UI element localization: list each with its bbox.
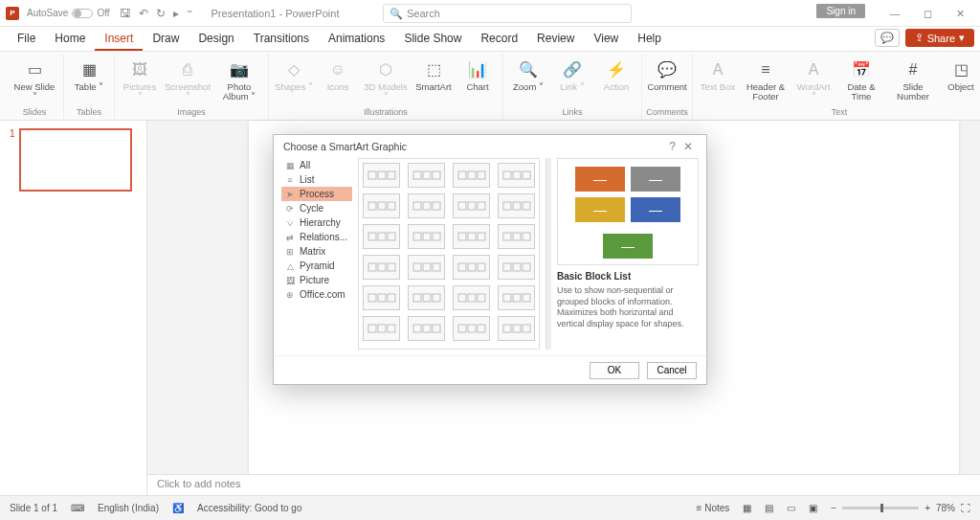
smartart-option[interactable] xyxy=(498,255,535,280)
grid-scrollbar[interactable] xyxy=(546,158,551,350)
qat-more-icon[interactable]: ⁼ xyxy=(187,7,192,20)
ribbon-text-box[interactable]: AText Box xyxy=(697,57,739,94)
smartart-option[interactable] xyxy=(408,193,445,218)
view-sorter-icon[interactable]: ▤ xyxy=(765,503,773,513)
smartart-option[interactable] xyxy=(408,224,445,249)
category-hierarchy[interactable]: ⩒Hierarchy xyxy=(281,215,352,230)
smartart-option[interactable] xyxy=(498,193,535,218)
smartart-option[interactable] xyxy=(363,224,400,249)
zoom-value[interactable]: 78% xyxy=(936,503,955,513)
smartart-option[interactable] xyxy=(498,316,535,341)
tab-design[interactable]: Design xyxy=(189,28,243,51)
tab-help[interactable]: Help xyxy=(628,28,671,51)
category-all[interactable]: ▦All xyxy=(281,158,352,172)
ribbon-new-slide[interactable]: ▭New Slide ˅ xyxy=(10,57,59,104)
ribbon-zoom[interactable]: 🔍Zoom ˅ xyxy=(507,57,549,94)
ribbon-action[interactable]: ⚡Action xyxy=(595,57,637,94)
smartart-option[interactable] xyxy=(453,316,490,341)
maximize-icon[interactable]: ◻ xyxy=(911,0,944,27)
ribbon-3d-models[interactable]: ⬡3D Models ˅ xyxy=(361,57,411,104)
ribbon-date-time[interactable]: 📅Date & Time xyxy=(836,57,886,104)
ribbon-wordart[interactable]: AWordArt ˅ xyxy=(792,57,835,104)
smartart-option[interactable] xyxy=(363,193,400,218)
smartart-option[interactable] xyxy=(498,163,535,188)
dialog-close-icon[interactable]: ✕ xyxy=(679,140,697,153)
smartart-option[interactable] xyxy=(453,224,490,249)
tab-slide-show[interactable]: Slide Show xyxy=(394,28,471,51)
fit-icon[interactable]: ⛶ xyxy=(961,503,970,513)
lang-icon[interactable]: ⌨ xyxy=(71,503,84,513)
tab-review[interactable]: Review xyxy=(527,28,584,51)
notes-bar[interactable]: Click to add notes xyxy=(147,474,980,495)
minimize-icon[interactable]: — xyxy=(879,0,911,27)
view-slideshow-icon[interactable]: ▣ xyxy=(809,503,817,513)
ribbon-smartart[interactable]: ⬚SmartArt xyxy=(412,57,455,94)
ribbon-header-footer[interactable]: ≡Header & Footer xyxy=(741,57,791,104)
smartart-option[interactable] xyxy=(363,163,400,188)
ribbon-pictures[interactable]: 🖼Pictures ˅ xyxy=(119,57,161,104)
tab-view[interactable]: View xyxy=(584,28,628,51)
ok-button[interactable]: OK xyxy=(590,362,639,379)
ribbon-icons[interactable]: ☺Icons xyxy=(317,57,359,94)
cancel-button[interactable]: Cancel xyxy=(647,362,697,379)
slide-thumbnail[interactable] xyxy=(19,128,132,192)
accessibility-label[interactable]: Accessibility: Good to go xyxy=(197,503,302,513)
smartart-option[interactable] xyxy=(453,163,490,188)
tab-transitions[interactable]: Transitions xyxy=(244,28,319,51)
close-icon[interactable]: ✕ xyxy=(944,0,976,27)
ribbon-comment[interactable]: 💬Comment xyxy=(646,57,688,94)
zoom-slider[interactable] xyxy=(842,507,919,509)
category-picture[interactable]: 🖼Picture xyxy=(281,273,352,287)
ribbon-slide-number[interactable]: #Slide Number xyxy=(888,57,938,104)
redo-icon[interactable]: ↻ xyxy=(156,7,166,20)
tab-animations[interactable]: Animations xyxy=(319,28,394,51)
accessibility-icon[interactable]: ♿ xyxy=(172,503,184,513)
tab-file[interactable]: File xyxy=(8,28,45,51)
view-reading-icon[interactable]: ▭ xyxy=(787,503,795,513)
smartart-option[interactable] xyxy=(453,255,490,280)
ribbon-photo-album[interactable]: 📷Photo Album ˅ xyxy=(214,57,264,104)
smartart-option[interactable] xyxy=(408,316,445,341)
tab-draw[interactable]: Draw xyxy=(143,28,189,51)
view-normal-icon[interactable]: ▦ xyxy=(743,503,751,513)
comments-icon[interactable]: 💬 xyxy=(875,29,900,47)
ribbon-table[interactable]: ▦Table ˅ xyxy=(68,57,110,94)
category-list[interactable]: ≡List xyxy=(281,172,352,187)
tab-home[interactable]: Home xyxy=(45,28,95,51)
ribbon-chart[interactable]: 📊Chart xyxy=(457,57,499,94)
category-matrix[interactable]: ⊞Matrix xyxy=(281,244,352,259)
ribbon-screenshot[interactable]: ⎙Screenshot ˅ xyxy=(163,57,212,104)
share-button[interactable]: ⇪ Share ▾ xyxy=(905,29,974,47)
smartart-option[interactable] xyxy=(498,285,535,310)
zoom-out-icon[interactable]: − xyxy=(831,503,836,513)
autosave-toggle[interactable]: AutoSave Off xyxy=(27,8,110,18)
smartart-option[interactable] xyxy=(363,255,400,280)
smartart-option[interactable] xyxy=(453,193,490,218)
category-officecom[interactable]: ⊕Office.com xyxy=(281,287,352,302)
category-process[interactable]: ➤Process xyxy=(281,187,352,201)
category-relations[interactable]: ⇄Relations... xyxy=(281,230,352,244)
smartart-option[interactable] xyxy=(363,316,400,341)
smartart-option[interactable] xyxy=(408,255,445,280)
save-icon[interactable]: 🖫 xyxy=(120,7,131,20)
notes-toggle[interactable]: ≡ Notes xyxy=(697,503,730,513)
undo-icon[interactable]: ↶ xyxy=(139,7,148,20)
smartart-option[interactable] xyxy=(408,285,445,310)
dialog-help-icon[interactable]: ? xyxy=(665,140,679,153)
smartart-option[interactable] xyxy=(453,285,490,310)
smartart-option[interactable] xyxy=(363,285,400,310)
smartart-option[interactable] xyxy=(498,224,535,249)
search-box[interactable]: 🔍 Search xyxy=(383,4,632,23)
category-cycle[interactable]: ⟳Cycle xyxy=(281,201,352,215)
signin-button[interactable]: Sign in xyxy=(816,4,865,18)
zoom-in-icon[interactable]: + xyxy=(924,503,930,513)
start-icon[interactable]: ▸ xyxy=(173,7,179,20)
tab-insert[interactable]: Insert xyxy=(95,28,143,51)
tab-record[interactable]: Record xyxy=(471,28,527,51)
language-label[interactable]: English (India) xyxy=(98,503,159,513)
ribbon-link[interactable]: 🔗Link ˅ xyxy=(551,57,593,94)
category-pyramid[interactable]: △Pyramid xyxy=(281,259,352,273)
ribbon-shapes[interactable]: ◇Shapes ˅ xyxy=(273,57,315,94)
ribbon-object[interactable]: ◳Object xyxy=(940,57,980,94)
smartart-option[interactable] xyxy=(408,163,445,188)
